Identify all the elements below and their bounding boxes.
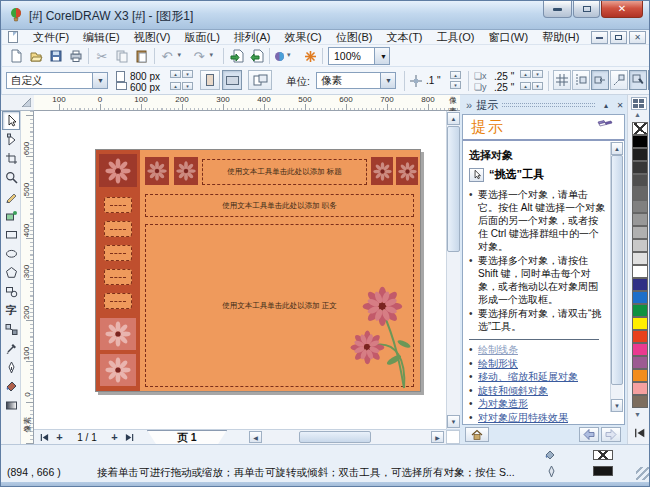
hint-link[interactable]: 为对象造形 xyxy=(478,398,528,411)
paste-button[interactable] xyxy=(132,47,152,65)
flower-tile[interactable] xyxy=(100,354,136,386)
cut-button[interactable]: ✂ xyxy=(92,47,112,65)
menu-arrange[interactable]: 排列(A) xyxy=(227,30,278,45)
color-swatch[interactable] xyxy=(632,187,648,200)
last-page-icon[interactable] xyxy=(122,431,137,444)
palette-scroll-down-icon[interactable]: ▼ xyxy=(634,411,641,418)
card-subtitle-placeholder[interactable]: 使用文本工具单击此处以添加 职务 xyxy=(145,194,414,217)
add-page-before-button[interactable]: + xyxy=(52,431,67,444)
pick-tool[interactable] xyxy=(2,111,20,130)
treat-as-filled-button[interactable] xyxy=(629,70,647,90)
color-swatch[interactable] xyxy=(632,395,648,408)
menu-window[interactable]: 窗口(W) xyxy=(481,30,535,45)
flower-tile[interactable] xyxy=(99,154,137,187)
hints-scrollbar[interactable]: ▲ ▼ xyxy=(610,142,623,412)
color-swatch[interactable] xyxy=(632,356,648,369)
color-swatch[interactable] xyxy=(632,317,648,330)
scroll-left-icon[interactable]: ◀ xyxy=(249,431,262,443)
color-swatch[interactable] xyxy=(632,213,648,226)
open-document-button[interactable] xyxy=(26,47,46,65)
minimize-button[interactable] xyxy=(543,1,572,18)
color-swatch[interactable] xyxy=(632,330,648,343)
doc-minimize-button[interactable] xyxy=(591,31,608,44)
hints-home-button[interactable] xyxy=(465,427,489,442)
hints-back-button[interactable] xyxy=(579,427,599,442)
application-launcher-button[interactable]: ▾ xyxy=(273,47,297,65)
flower-tile[interactable] xyxy=(145,157,169,185)
zoom-level-combo[interactable]: 100% ▼ xyxy=(328,47,390,65)
hints-scroll-thumb[interactable] xyxy=(611,155,623,385)
hint-link[interactable]: 绘制形状 xyxy=(478,358,518,371)
menu-view[interactable]: 视图(V) xyxy=(127,30,178,45)
add-page-after-button[interactable]: + xyxy=(107,431,122,444)
redo-dropdown[interactable]: ▾ xyxy=(208,47,220,65)
card-left-strip[interactable] xyxy=(96,150,140,391)
scroll-right-icon[interactable]: ▶ xyxy=(431,431,444,443)
export-button[interactable] xyxy=(247,47,267,65)
zoom-dropdown-icon[interactable]: ▼ xyxy=(374,48,389,64)
dup-y-spin-up[interactable]: ▴ xyxy=(520,82,531,90)
landscape-button[interactable] xyxy=(222,70,242,90)
color-swatch[interactable] xyxy=(632,200,648,213)
ellipse-tool[interactable] xyxy=(2,244,20,263)
strip-placeholder-box[interactable] xyxy=(104,245,132,261)
fill-color-swatch[interactable] xyxy=(593,450,613,460)
nudge-spin-up[interactable]: ▴ xyxy=(450,71,461,79)
snap-to-guidelines-button[interactable] xyxy=(572,70,590,90)
save-button[interactable] xyxy=(46,47,66,65)
freehand-tool[interactable] xyxy=(2,187,20,206)
zoom-tool[interactable] xyxy=(2,168,20,187)
dup-y-spin-down[interactable]: ▾ xyxy=(532,82,543,90)
first-page-icon[interactable] xyxy=(37,431,52,444)
menu-layout[interactable]: 版面(L) xyxy=(177,30,226,45)
menu-help[interactable]: 帮助(H) xyxy=(535,30,586,45)
scroll-up-icon[interactable]: ▲ xyxy=(611,142,623,155)
polygon-tool[interactable] xyxy=(2,263,20,282)
nudge-offset-value[interactable]: .1 " xyxy=(426,75,441,86)
print-button[interactable] xyxy=(66,47,86,65)
strip-placeholder-box[interactable] xyxy=(104,197,132,213)
rectangle-tool[interactable] xyxy=(2,225,20,244)
greeting-card-page[interactable]: 使用文本工具单击此处以添加 标题 使用文本工具单击此处以添加 职务 使用文本工具… xyxy=(95,149,421,392)
apply-to-all-pages-button[interactable] xyxy=(248,70,272,90)
color-swatch[interactable] xyxy=(632,174,648,187)
hints-forward-button[interactable] xyxy=(601,427,621,442)
units-combo[interactable]: 像素 ▼ xyxy=(316,72,396,89)
undo-dropdown[interactable]: ▾ xyxy=(176,47,188,65)
doc-restore-button[interactable] xyxy=(610,31,627,44)
color-swatch[interactable] xyxy=(632,291,648,304)
color-swatch[interactable] xyxy=(632,252,648,265)
interactive-fill-tool[interactable] xyxy=(2,396,20,415)
help-book-icon[interactable] xyxy=(596,119,614,134)
palette-options-icon[interactable] xyxy=(631,97,647,110)
scroll-down-icon[interactable]: ▼ xyxy=(447,415,460,428)
units-dropdown-icon[interactable]: ▼ xyxy=(380,73,395,88)
duplicate-y-value[interactable]: .25 " xyxy=(494,82,514,93)
vertical-scroll-thumb[interactable] xyxy=(447,126,460,252)
height-spin-down[interactable]: ▾ xyxy=(182,82,193,90)
smart-fill-tool[interactable] xyxy=(2,206,20,225)
import-button[interactable] xyxy=(227,47,247,65)
flower-tile[interactable] xyxy=(100,318,136,350)
duplicate-x-value[interactable]: .25 " xyxy=(494,71,514,82)
menu-bitmaps[interactable]: 位图(B) xyxy=(329,30,380,45)
shape-tool[interactable] xyxy=(2,130,20,149)
docker-collapse-icon[interactable]: ▴ xyxy=(599,99,613,111)
fill-tool[interactable] xyxy=(2,377,20,396)
color-swatch[interactable] xyxy=(632,369,648,382)
page-tab[interactable]: 页 1 xyxy=(147,430,227,444)
scroll-up-icon[interactable]: ▲ xyxy=(447,112,460,125)
dynamic-guides-button[interactable] xyxy=(610,70,628,90)
close-button[interactable]: ✕ xyxy=(601,1,643,18)
flower-tile[interactable] xyxy=(174,157,198,185)
paper-width-value[interactable]: 800 px xyxy=(130,71,160,82)
docker-close-icon[interactable]: ✕ xyxy=(613,99,627,111)
docker-chevrons-icon[interactable]: » xyxy=(466,99,472,111)
width-spin-down[interactable]: ▾ xyxy=(182,70,193,78)
outline-pen-tool[interactable] xyxy=(2,358,20,377)
eyedropper-tool[interactable] xyxy=(2,339,20,358)
canvas-horizontal-scrollbar[interactable]: ◀ ▶ xyxy=(249,431,445,444)
hint-link[interactable]: 对对象应用特殊效果 xyxy=(478,412,568,425)
drawing-canvas[interactable]: 使用文本工具单击此处以添加 标题 使用文本工具单击此处以添加 职务 使用文本工具… xyxy=(34,111,446,429)
scroll-down-icon[interactable]: ▼ xyxy=(611,399,623,412)
